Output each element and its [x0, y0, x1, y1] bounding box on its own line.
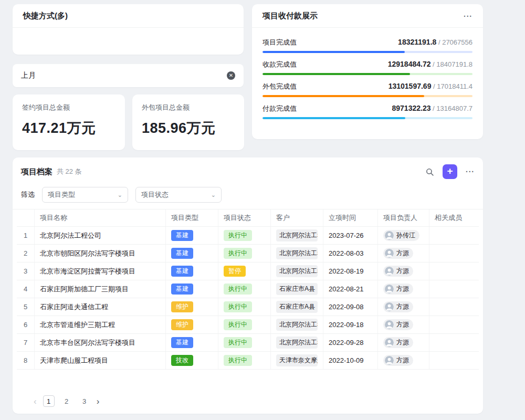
- table-row[interactable]: 1 北京阿尔法工程公司 基建 执行中 北京阿尔法工程公司 2023-07-26 …: [17, 227, 479, 245]
- cell-start-date[interactable]: 2022-10-09: [323, 352, 378, 369]
- table-row[interactable]: 7 北京市丰台区阿尔法写字楼项目 基建 执行中 北京阿尔法工程公司 2022-0…: [17, 334, 479, 352]
- project-table: 项目名称项目类型项目状态客户立项时间项目负责人相关成员 1 北京阿尔法工程公司 …: [17, 209, 479, 370]
- payment-row: 付款完成值 8971322.23 / 13164807.7: [262, 103, 472, 119]
- cell-project-status[interactable]: 执行中: [218, 280, 271, 298]
- cell-start-date[interactable]: 2022-09-08: [323, 298, 378, 316]
- payment-values: 13101597.69 / 17018411.4: [388, 81, 472, 91]
- cell-leader[interactable]: 方源: [378, 316, 429, 333]
- more-menu-icon[interactable]: ···: [464, 12, 472, 20]
- cell-project-name[interactable]: 石家庄阿斯加德工厂三期项目: [35, 280, 166, 298]
- cell-project-type[interactable]: 维护: [166, 298, 218, 316]
- cell-members[interactable]: [429, 352, 481, 369]
- cell-customer[interactable]: 石家庄市A县: [271, 280, 323, 298]
- table-row[interactable]: 8 天津市爬山服工程项目 技改 执行中 天津市奈文摩尔 2022-10-09 方…: [17, 352, 479, 370]
- cell-customer[interactable]: 石家庄市A县: [271, 298, 323, 316]
- payment-rows: 项目完成值 18321191.8 / 27067556 收款完成值 129184…: [252, 28, 483, 119]
- leader-tag: 方源: [383, 319, 413, 330]
- payment-total: / 17018411.4: [431, 82, 472, 90]
- cell-start-date[interactable]: 2022-08-19: [323, 262, 378, 280]
- payment-values: 12918484.72 / 18407191.8: [388, 59, 472, 69]
- leader-tag: 方源: [383, 248, 413, 259]
- page-number-1[interactable]: 1: [43, 395, 55, 407]
- cell-customer[interactable]: 北京阿尔法工程公司: [271, 245, 323, 262]
- cell-project-status[interactable]: 执行中: [218, 316, 271, 333]
- more-menu-icon[interactable]: ···: [466, 167, 475, 176]
- table-row[interactable]: 3 北京市海淀区阿拉蕾写字楼项目 基建 暂停 北京阿尔法工程公司 2022-08…: [17, 262, 479, 280]
- cell-members[interactable]: [429, 334, 481, 351]
- payment-total: / 13164807.7: [430, 104, 472, 112]
- cell-members[interactable]: [429, 280, 481, 298]
- cell-project-type[interactable]: 维护: [166, 316, 218, 333]
- table-row[interactable]: 6 北京市管道维护三期工程 维护 执行中 北京阿尔法工程公司 2022-09-1…: [17, 316, 479, 334]
- leader-name: 方源: [396, 338, 409, 347]
- cell-leader[interactable]: 方源: [378, 352, 429, 369]
- cell-start-date[interactable]: 2022-08-03: [323, 245, 378, 262]
- cell-project-status[interactable]: 执行中: [218, 245, 271, 262]
- cell-leader[interactable]: 方源: [378, 334, 429, 351]
- cell-members[interactable]: [429, 227, 481, 244]
- cell-start-date[interactable]: 2023-07-26: [323, 227, 378, 244]
- cell-start-date[interactable]: 2022-08-21: [323, 280, 378, 298]
- cell-project-name[interactable]: 北京阿尔法工程公司: [35, 227, 166, 244]
- filter-dropdown-project-type[interactable]: 项目类型 ⌄: [42, 187, 128, 203]
- table-head: 项目名称项目类型项目状态客户立项时间项目负责人相关成员: [17, 209, 479, 227]
- customer-tag: 北京阿尔法工程公司: [276, 229, 318, 242]
- month-filter-bar[interactable]: 上月 ✕: [13, 64, 244, 87]
- filter-dropdown-project-status[interactable]: 项目状态 ⌄: [135, 187, 222, 203]
- cell-project-name[interactable]: 天津市爬山服工程项目: [35, 352, 166, 369]
- next-page-icon[interactable]: ›: [97, 397, 100, 406]
- cell-start-date[interactable]: 2022-09-28: [323, 334, 378, 351]
- page-number-2[interactable]: 2: [61, 395, 72, 407]
- payment-label: 项目完成值: [262, 38, 297, 47]
- column-header: 客户: [271, 209, 323, 226]
- cell-leader[interactable]: 方源: [378, 280, 429, 298]
- cell-project-type[interactable]: 基建: [166, 245, 218, 262]
- cell-members[interactable]: [429, 262, 481, 280]
- column-header: 项目负责人: [378, 209, 429, 226]
- cell-leader[interactable]: 方源: [378, 245, 429, 262]
- cell-project-name[interactable]: 石家庄阿道夫通信工程: [35, 298, 166, 316]
- cell-project-status[interactable]: 执行中: [218, 227, 271, 244]
- avatar: [385, 320, 394, 329]
- cell-customer[interactable]: 北京阿尔法工程公司: [271, 227, 323, 244]
- cell-project-name[interactable]: 北京市管道维护三期工程: [35, 316, 166, 333]
- cell-project-type[interactable]: 基建: [166, 334, 218, 351]
- clear-filter-icon[interactable]: ✕: [227, 71, 235, 80]
- cell-project-name[interactable]: 北京市朝阳区阿尔法写字楼项目: [35, 245, 166, 262]
- payment-values: 8971322.23 / 13164807.7: [392, 103, 473, 113]
- stat-card-signed-total: 签约项目总金额 417.21万元: [13, 94, 125, 150]
- prev-page-icon[interactable]: ‹: [34, 397, 37, 406]
- progress-track: [262, 117, 472, 119]
- table-row[interactable]: 2 北京市朝阳区阿尔法写字楼项目 基建 执行中 北京阿尔法工程公司 2022-0…: [17, 245, 479, 262]
- cell-customer[interactable]: 北京阿尔法工程公司: [271, 334, 323, 351]
- cell-start-date[interactable]: 2022-09-18: [323, 316, 378, 333]
- row-index: 7: [17, 334, 35, 351]
- cell-leader[interactable]: 方源: [378, 298, 429, 316]
- cell-members[interactable]: [429, 298, 481, 316]
- cell-leader[interactable]: 孙传江: [378, 227, 429, 244]
- cell-members[interactable]: [429, 316, 481, 333]
- cell-project-type[interactable]: 基建: [166, 227, 218, 244]
- cell-project-type[interactable]: 基建: [166, 262, 218, 280]
- cell-leader[interactable]: 方源: [378, 262, 429, 280]
- cell-project-type[interactable]: 技改: [166, 352, 218, 369]
- payment-total: / 27067556: [436, 38, 472, 46]
- search-icon[interactable]: [425, 167, 434, 176]
- cell-members[interactable]: [429, 245, 481, 262]
- cell-project-status[interactable]: 执行中: [218, 334, 271, 351]
- cell-project-name[interactable]: 北京市丰台区阿尔法写字楼项目: [35, 334, 166, 351]
- add-record-button[interactable]: +: [443, 164, 457, 179]
- cell-project-status[interactable]: 执行中: [218, 298, 271, 316]
- cell-project-type[interactable]: 基建: [166, 280, 218, 298]
- cell-customer[interactable]: 北京阿尔法工程公司: [271, 316, 323, 333]
- cell-project-status[interactable]: 执行中: [218, 352, 271, 369]
- customer-tag: 北京阿尔法工程公司: [276, 247, 318, 259]
- cell-project-name[interactable]: 北京市海淀区阿拉蕾写字楼项目: [35, 262, 166, 280]
- cell-customer[interactable]: 天津市奈文摩尔: [271, 352, 323, 369]
- table-row[interactable]: 5 石家庄阿道夫通信工程 维护 执行中 石家庄市A县 2022-09-08 方源: [17, 298, 479, 316]
- table-row[interactable]: 4 石家庄阿斯加德工厂三期项目 基建 执行中 石家庄市A县 2022-08-21…: [17, 280, 479, 298]
- cell-customer[interactable]: 北京阿尔法工程公司: [271, 262, 323, 280]
- month-filter-value: 上月: [21, 71, 36, 80]
- cell-project-status[interactable]: 暂停: [218, 262, 271, 280]
- page-number-3[interactable]: 3: [79, 395, 90, 407]
